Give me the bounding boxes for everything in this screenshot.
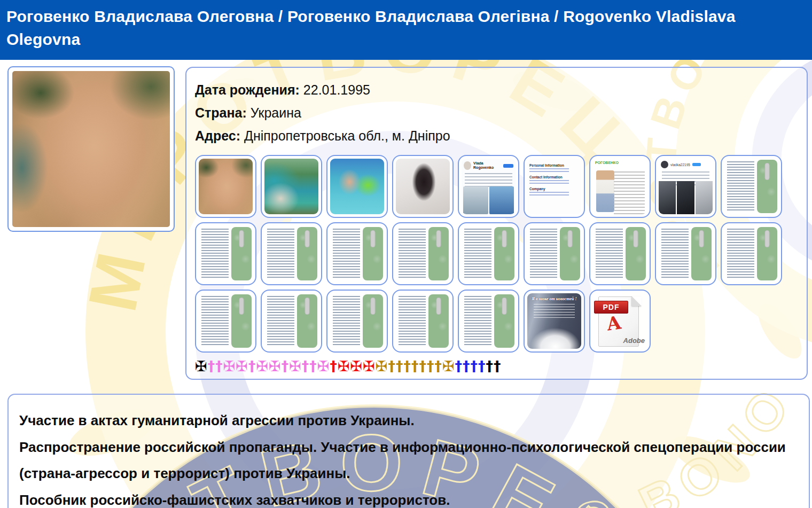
chat-content bbox=[264, 293, 318, 349]
thumb-chat-screenshot[interactable] bbox=[655, 222, 716, 285]
thumb-chat-screenshot[interactable] bbox=[392, 290, 454, 353]
chat-text-lines bbox=[333, 296, 360, 346]
thumb-rogovenko-page[interactable]: РОГОВЕНКО bbox=[589, 155, 651, 218]
section-heading: Personal Information bbox=[529, 163, 579, 167]
thumb-photo-portrait[interactable] bbox=[195, 155, 256, 218]
page-heading: РОГОВЕНКО bbox=[595, 161, 645, 165]
adobe-brand-label: Adobe bbox=[623, 337, 645, 345]
value-lines bbox=[529, 180, 569, 184]
section-heading: Contact Information bbox=[529, 175, 579, 179]
dagger-cross-icon: † bbox=[494, 358, 502, 374]
thumb-chat-screenshot[interactable] bbox=[195, 222, 256, 285]
thumb-chat-screenshot[interactable] bbox=[326, 222, 388, 285]
accusation-item: Участие в актах гуманитарной агрессии пр… bbox=[19, 408, 796, 434]
instagram-header: vladka22195 bbox=[659, 159, 713, 170]
evidence-thumbnails-grid: Vlada RogovenkoPersonal InformationConta… bbox=[195, 155, 799, 353]
thumb-chat-screenshot[interactable] bbox=[261, 222, 322, 285]
chat-content bbox=[396, 226, 450, 282]
thumb-chat-screenshot[interactable] bbox=[392, 222, 454, 285]
web-personal-content: Personal InformationContact InformationC… bbox=[527, 159, 581, 214]
accusation-item: Распространение российской пропаганды. У… bbox=[19, 434, 796, 487]
chat-scrollbar bbox=[568, 230, 573, 247]
chat-background-panel bbox=[691, 227, 712, 280]
overlay-text-lines bbox=[534, 304, 575, 318]
chat-content bbox=[593, 226, 647, 282]
field-birthdate: Дата рождения: 22.01.1995 bbox=[195, 79, 799, 101]
thumb-photo-pool[interactable] bbox=[326, 155, 388, 218]
thumb-instagram-profile[interactable]: vladka22195 bbox=[655, 155, 716, 218]
dagger-cross-icon: † bbox=[248, 358, 256, 374]
thumbnail-row: Я в шоке от новостей !PDFAAdobe bbox=[195, 290, 799, 353]
value-lines bbox=[529, 168, 569, 173]
war-photo-content: Я в шоке от новостей ! bbox=[527, 293, 581, 349]
chat-background-panel bbox=[231, 294, 252, 348]
maltese-cross-icon: ✠ bbox=[363, 358, 376, 374]
chat-content bbox=[330, 226, 384, 282]
chat-text-lines bbox=[530, 229, 557, 279]
chat-scrollbar bbox=[699, 230, 704, 247]
thumbnail-row: Vlada RogovenkoPersonal InformationConta… bbox=[195, 155, 799, 218]
chat-background-panel bbox=[231, 227, 252, 280]
photo-thumb bbox=[489, 186, 514, 214]
chat-content bbox=[264, 226, 318, 282]
thumb-chat-screenshot[interactable] bbox=[195, 290, 256, 353]
chat-background-panel bbox=[494, 227, 514, 280]
chat-background-panel bbox=[560, 227, 580, 280]
text-lines bbox=[614, 171, 645, 214]
chat-scrollbar bbox=[502, 230, 507, 247]
dagger-cross-icon: † bbox=[215, 358, 223, 374]
dagger-cross-icon: † bbox=[427, 358, 435, 374]
chat-scrollbar bbox=[239, 230, 244, 247]
thumb-social-profile[interactable]: Vlada Rogovenko bbox=[458, 155, 519, 218]
maltese-cross-icon: ✠ bbox=[338, 358, 350, 374]
field-country: Страна: Украина bbox=[195, 101, 799, 124]
accusations-panel: Участие в актах гуманитарной агрессии пр… bbox=[7, 394, 810, 508]
chat-scrollbar bbox=[634, 230, 638, 247]
main-photo-frame[interactable] bbox=[7, 66, 175, 232]
photo-portrait-content bbox=[199, 159, 253, 214]
adobe-logo-icon: A bbox=[605, 311, 622, 334]
field-address: Адрес: Дніпропетровська обл., м. Дніпро bbox=[195, 124, 799, 147]
maltese-cross-icon: ✠ bbox=[236, 358, 248, 374]
field-address-label: Адрес: bbox=[195, 128, 240, 143]
chat-background-panel bbox=[297, 227, 317, 280]
thumb-chat-screenshot[interactable] bbox=[721, 222, 782, 285]
thumb-chat-screenshot[interactable] bbox=[458, 290, 519, 353]
chat-text-lines bbox=[727, 161, 754, 212]
chat-background-panel bbox=[363, 294, 383, 348]
photo-harness-content bbox=[396, 159, 450, 214]
chat-content bbox=[462, 226, 516, 282]
thumb-chat-screenshot[interactable] bbox=[721, 155, 782, 218]
chat-background-panel bbox=[428, 294, 449, 348]
chat-scrollbar bbox=[305, 230, 310, 247]
chat-background-panel bbox=[297, 294, 317, 348]
maltese-cross-icon: ✠ bbox=[289, 358, 302, 374]
field-birthdate-label: Дата рождения: bbox=[195, 82, 300, 97]
chat-text-lines bbox=[399, 229, 426, 279]
main-photo[interactable] bbox=[12, 71, 170, 227]
chat-background-panel bbox=[363, 227, 383, 280]
thumb-chat-screenshot[interactable] bbox=[261, 290, 322, 353]
username: vladka22195 bbox=[670, 163, 690, 167]
maltese-cross-icon: ✠ bbox=[195, 358, 208, 374]
maltese-cross-icon: ✠ bbox=[317, 358, 330, 374]
follow-button bbox=[692, 163, 701, 166]
field-address-value: Дніпропетровська обл., м. Дніпро bbox=[244, 128, 450, 143]
thumb-personal-info[interactable]: Personal InformationContact InformationC… bbox=[524, 155, 585, 218]
thumb-photo-seaside[interactable] bbox=[261, 155, 322, 218]
photo-pool-content bbox=[330, 159, 384, 214]
thumb-photo-studio[interactable] bbox=[392, 155, 454, 218]
thumb-chat-screenshot[interactable] bbox=[326, 290, 388, 353]
chat-text-lines bbox=[661, 229, 689, 279]
dagger-cross-icon: † bbox=[463, 358, 471, 374]
dagger-cross-icon: † bbox=[411, 358, 419, 374]
dagger-cross-icon: † bbox=[388, 358, 396, 374]
thumb-chat-screenshot[interactable] bbox=[524, 222, 585, 285]
pdf-attachment[interactable]: PDFAAdobe bbox=[589, 290, 651, 353]
thumb-chat-screenshot[interactable] bbox=[589, 222, 651, 285]
chat-background-panel bbox=[428, 227, 449, 280]
thumb-war-photo[interactable]: Я в шоке от новостей ! bbox=[524, 290, 585, 353]
thumb-chat-screenshot[interactable] bbox=[458, 222, 519, 285]
chat-text-lines bbox=[201, 229, 229, 279]
follow-button bbox=[503, 164, 513, 168]
